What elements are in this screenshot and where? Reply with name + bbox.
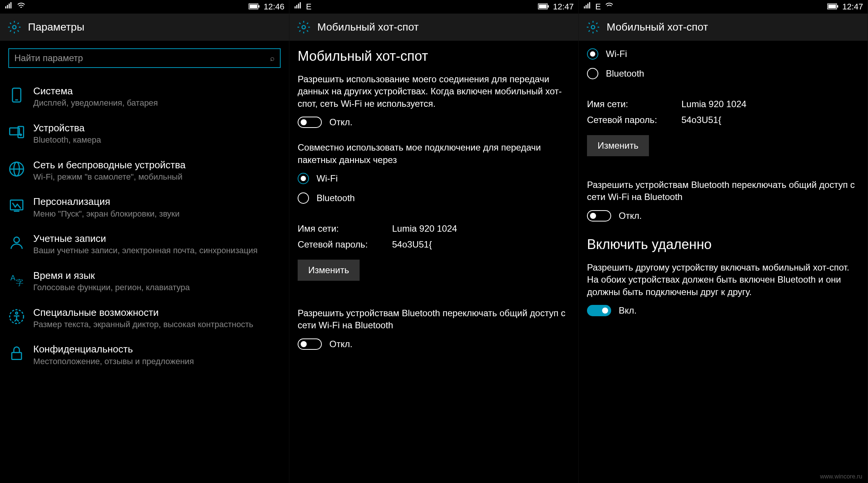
gear-icon: [8, 20, 21, 34]
toggle-label: Откл.: [619, 211, 642, 221]
bt-switch-toggle[interactable]: [587, 210, 611, 222]
settings-item-ease-of-access[interactable]: Специальные возможности Размер текста, э…: [8, 300, 281, 337]
hotspot-toggle[interactable]: [298, 117, 322, 128]
svg-point-12: [20, 134, 22, 135]
status-bar: 12:46: [0, 0, 289, 14]
signal-icon: [583, 2, 592, 12]
svg-rect-31: [584, 6, 585, 9]
header: Мобильный хот-спот: [579, 14, 868, 41]
svg-point-17: [14, 237, 20, 243]
settings-item-sub: Голосовые функции, регион, клавиатура: [33, 282, 281, 293]
settings-item-sub: Размер текста, экранный диктор, высокая …: [33, 319, 281, 330]
radio-icon: [587, 68, 598, 79]
settings-item-devices[interactable]: Устройства Bluetooth, камера: [8, 115, 281, 152]
svg-rect-3: [11, 2, 12, 9]
edit-button[interactable]: Изменить: [298, 260, 360, 281]
svg-rect-1: [7, 5, 8, 8]
toggle-label: Откл.: [329, 339, 352, 349]
radio-bluetooth[interactable]: Bluetooth: [298, 192, 570, 204]
svg-text:字: 字: [16, 278, 23, 287]
hotspot-panel-top: E 12:47 Мобильный хот-спот Мобильный хот…: [289, 0, 579, 483]
settings-item-accounts[interactable]: Учетные записи Ваши учетные записи, элек…: [8, 226, 281, 263]
header: Параметры: [0, 14, 289, 41]
search-input[interactable]: [14, 53, 270, 63]
settings-item-sub: Меню "Пуск", экран блокировки, звуки: [33, 209, 281, 220]
settings-item-sub: Местоположение, отзывы и предложения: [33, 356, 281, 367]
network-name-label: Имя сети:: [298, 223, 392, 234]
status-time: 12:47: [553, 2, 574, 12]
settings-item-sub: Wi-Fi, режим "в самолете", мобильный: [33, 172, 281, 183]
personalize-icon: [8, 197, 25, 214]
settings-item-network[interactable]: Сеть и беспроводные устройства Wi-Fi, ре…: [8, 152, 281, 189]
share-via-label: Совместно использовать мое подключение д…: [298, 142, 570, 166]
bt-switch-toggle[interactable]: [298, 338, 322, 350]
svg-rect-6: [258, 5, 259, 8]
svg-rect-23: [295, 6, 296, 9]
settings-item-title: Система: [33, 85, 281, 97]
hotspot-description: Разрешить использование моего соединения…: [298, 73, 570, 110]
gear-icon: [586, 20, 600, 34]
network-password-value: 54o3U51{: [681, 115, 721, 125]
settings-item-title: Время и язык: [33, 270, 281, 281]
radio-label: Bluetooth: [317, 193, 355, 203]
radio-label: Bluetooth: [606, 68, 644, 79]
svg-point-7: [13, 26, 16, 29]
radio-bluetooth[interactable]: Bluetooth: [587, 68, 859, 79]
svg-rect-22: [12, 353, 22, 360]
section-title: Мобильный хот-спот: [298, 48, 570, 64]
settings-item-title: Персонализация: [33, 196, 281, 208]
edit-button[interactable]: Изменить: [587, 135, 649, 156]
status-time: 12:46: [264, 2, 284, 12]
search-box[interactable]: ⌕: [8, 48, 281, 68]
search-icon: ⌕: [270, 54, 275, 63]
page-title: Мобильный хот-спот: [317, 21, 419, 33]
svg-rect-0: [5, 6, 6, 9]
svg-point-21: [15, 312, 18, 314]
radio-icon: [587, 48, 598, 60]
svg-rect-34: [589, 2, 590, 9]
radio-label: Wi-Fi: [606, 49, 627, 59]
wifi-icon: [17, 1, 26, 12]
radio-wifi[interactable]: Wi-Fi: [587, 48, 859, 60]
svg-point-30: [302, 26, 306, 29]
gear-icon: [297, 20, 310, 34]
network-password-value: 54o3U51{: [392, 239, 432, 250]
settings-item-time-language[interactable]: A字 Время и язык Голосовые функции, регио…: [8, 263, 281, 300]
settings-item-title: Сеть и беспроводные устройства: [33, 159, 281, 171]
toggle-label: Вкл.: [619, 305, 636, 316]
signal-icon: [5, 2, 13, 12]
remote-toggle[interactable]: [587, 305, 611, 316]
remote-section-title: Включить удаленно: [587, 237, 859, 252]
settings-main-panel: 12:46 Параметры ⌕ Система Дисплей, уведо…: [0, 0, 289, 483]
svg-rect-29: [548, 5, 549, 8]
network-password-label: Сетевой пароль:: [298, 239, 392, 250]
settings-item-privacy[interactable]: Конфиденциальность Местоположение, отзыв…: [8, 337, 281, 374]
svg-rect-5: [250, 5, 257, 8]
radio-icon: [298, 173, 309, 184]
bt-switch-description: Разрешить устройствам Bluetooth переключ…: [298, 307, 570, 332]
svg-rect-32: [585, 5, 587, 8]
settings-item-personalization[interactable]: Персонализация Меню "Пуск", экран блокир…: [8, 189, 281, 226]
settings-item-title: Специальные возможности: [33, 307, 281, 318]
settings-item-sub: Ваши учетные записи, электронная почта, …: [33, 245, 281, 256]
radio-label: Wi-Fi: [317, 173, 338, 184]
radio-icon: [298, 192, 309, 204]
svg-rect-26: [300, 2, 301, 9]
svg-rect-28: [539, 5, 547, 8]
svg-rect-36: [828, 5, 836, 8]
svg-text:A: A: [11, 274, 16, 282]
network-password-label: Сетевой пароль:: [587, 115, 681, 125]
devices-icon: [8, 124, 25, 140]
settings-item-system[interactable]: Система Дисплей, уведомления, батарея: [8, 78, 281, 115]
network-name-label: Имя сети:: [587, 99, 681, 109]
account-icon: [8, 234, 25, 251]
radio-wifi[interactable]: Wi-Fi: [298, 173, 570, 184]
svg-rect-33: [587, 4, 588, 9]
settings-item-title: Учетные записи: [33, 233, 281, 245]
header: Мобильный хот-спот: [289, 14, 578, 41]
hotspot-panel-bottom: E 12:47 Мобильный хот-спот Wi-Fi Bluetoo…: [579, 0, 868, 483]
status-bar: E 12:47: [579, 0, 868, 14]
language-icon: A字: [8, 271, 25, 288]
accessibility-icon: [8, 308, 25, 325]
network-type: E: [595, 2, 601, 12]
